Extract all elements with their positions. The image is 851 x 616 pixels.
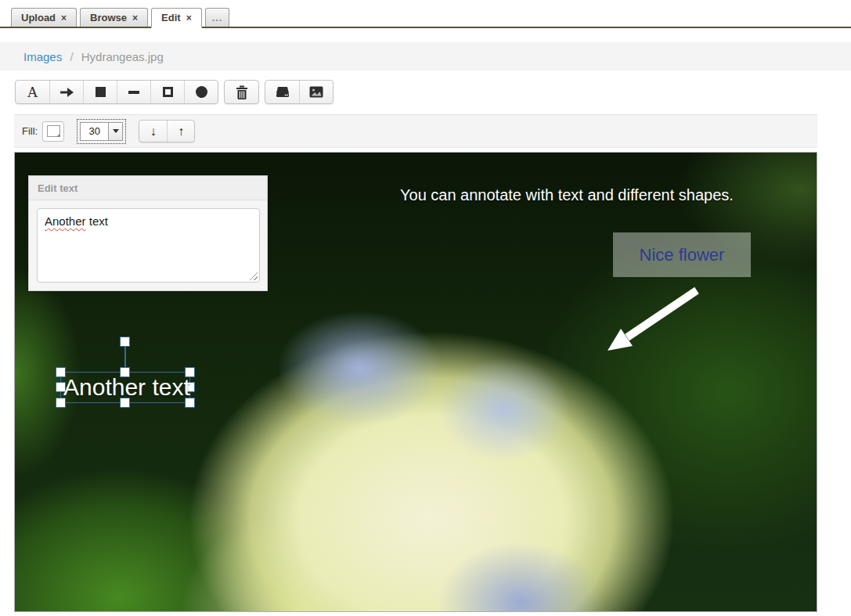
filled-rect-tool-button[interactable] <box>83 81 117 103</box>
arrow-down-icon: ↓ <box>150 124 157 139</box>
filled-square-icon <box>96 87 106 97</box>
delete-group <box>224 80 259 104</box>
textarea-resize-grip[interactable] <box>249 272 258 280</box>
breadcrumb-link-images[interactable]: Images <box>23 50 62 63</box>
rotation-handle[interactable] <box>120 337 130 347</box>
layer-order-group: ↓ ↑ <box>139 120 195 142</box>
font-size-select[interactable]: 30 <box>77 119 126 144</box>
tab-edit-label: Edit <box>161 12 181 23</box>
misspelled-word: Another <box>45 214 86 228</box>
move-down-button[interactable]: ↓ <box>139 121 167 142</box>
circle-tool-button[interactable] <box>184 81 218 103</box>
text-tool-icon: A <box>27 84 38 101</box>
tab-upload[interactable]: Upload × <box>11 8 77 27</box>
trash-icon <box>236 85 248 99</box>
breadcrumb: Images / Hydrangeas.jpg <box>0 50 164 63</box>
tab-upload-label: Upload <box>21 12 56 23</box>
rect-outline-tool-button[interactable] <box>150 81 184 103</box>
font-size-value: 30 <box>80 122 108 141</box>
image-canvas[interactable]: You can annotate with text and different… <box>14 152 817 612</box>
edit-text-panel-body: Another text <box>29 200 267 290</box>
line-icon <box>128 91 139 94</box>
file-actions-group <box>265 80 334 104</box>
tab-browse-label: Browse <box>90 12 127 23</box>
image-button[interactable] <box>299 81 333 103</box>
shape-tools-group: A <box>15 80 218 104</box>
selected-text: Another text <box>63 371 190 404</box>
font-size-caret-icon[interactable] <box>108 122 123 141</box>
outline-square-icon <box>163 87 173 97</box>
text-tool-button[interactable]: A <box>16 81 49 103</box>
nice-flower-label[interactable]: Nice flower <box>613 232 751 277</box>
disk-drive-icon <box>276 86 290 99</box>
tab-upload-close-icon[interactable]: × <box>61 13 67 23</box>
breadcrumb-bar: Images / Hydrangeas.jpg <box>0 42 851 70</box>
shape-toolbar: A <box>15 80 851 104</box>
edit-text-panel: Edit text Another text <box>28 175 268 291</box>
breadcrumb-separator: / <box>65 50 78 63</box>
edit-text-panel-title: Edit text <box>29 176 267 200</box>
save-button[interactable] <box>265 81 299 103</box>
tab-overflow[interactable]: ... <box>205 8 230 27</box>
breadcrumb-current-file: Hydrangeas.jpg <box>81 50 164 63</box>
fill-toolbar: Fill: 30 ↓ ↑ <box>14 114 817 148</box>
line-tool-button[interactable] <box>117 81 150 103</box>
annotation-text-input[interactable]: Another text <box>37 208 260 283</box>
tab-edit[interactable]: Edit × <box>151 8 202 28</box>
delete-button[interactable] <box>225 81 258 103</box>
move-up-button[interactable]: ↑ <box>167 121 194 142</box>
arrow-tool-button[interactable] <box>49 81 83 103</box>
image-icon <box>309 86 323 98</box>
arrow-annotation[interactable] <box>598 284 708 362</box>
selected-text-annotation[interactable]: Another text <box>60 372 190 403</box>
text-rest: text <box>86 214 108 228</box>
arrow-up-icon: ↑ <box>178 124 184 139</box>
tab-browse-close-icon[interactable]: × <box>132 13 138 23</box>
tab-browse[interactable]: Browse × <box>80 8 148 27</box>
caption-annotation[interactable]: You can annotate with text and different… <box>400 186 734 204</box>
tab-edit-close-icon[interactable]: × <box>186 13 192 23</box>
fill-label: Fill: <box>22 125 38 137</box>
fill-color-swatch <box>47 125 60 137</box>
filled-circle-icon <box>196 86 207 98</box>
tab-bar: Upload × Browse × Edit × ... <box>0 0 851 28</box>
arrow-icon <box>59 87 74 98</box>
fill-color-button[interactable] <box>42 121 64 142</box>
